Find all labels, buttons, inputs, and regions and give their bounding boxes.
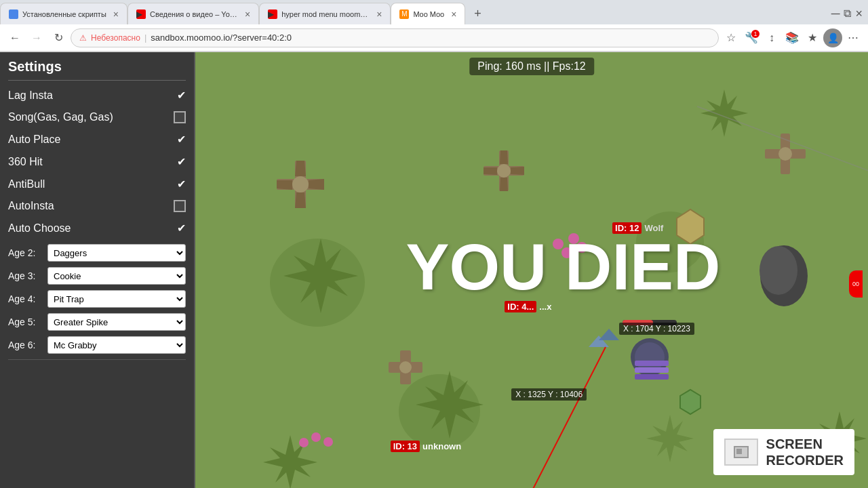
- coord-text-2: X : 1704 Y : 10223: [623, 324, 690, 333]
- coord-display-1: X : 1325 Y : 10406: [511, 388, 587, 401]
- setting-lag-insta: Lag Insta ✔: [8, 89, 186, 102]
- auto-place-check[interactable]: ✔: [177, 133, 186, 146]
- setting-auto-place: Auto Place ✔: [8, 133, 186, 146]
- url-separator: |: [144, 33, 146, 43]
- svg-marker-7: [295, 161, 306, 176]
- sync-button[interactable]: ↕: [762, 28, 781, 47]
- tab-label-moo: Moo Moo: [413, 10, 444, 18]
- recorder-title: SCREEN: [766, 436, 823, 451]
- extension-badge: 1: [751, 30, 760, 38]
- tab-youtube2[interactable]: ▶ hyper mod menu moomoo best... ×: [259, 3, 391, 24]
- id-label-unknown: ID: 13 unknown: [391, 441, 461, 452]
- age-5-label: Age 5:: [8, 317, 42, 327]
- setting-autoinsta: AutoInsta: [8, 200, 186, 212]
- maximize-button[interactable]: ⧉: [844, 7, 851, 20]
- 360-hit-check[interactable]: ✔: [177, 155, 186, 168]
- main-content: Settings Lag Insta ✔ Song(Gas, Gag, Gas)…: [0, 52, 868, 488]
- song-label: Song(Gas, Gag, Gas): [8, 111, 168, 123]
- setting-auto-choose: Auto Choose ✔: [8, 222, 186, 235]
- age-3-select[interactable]: DaggersCookiePit TrapGreater SpikeMc Gra…: [47, 267, 186, 285]
- settings-panel: Settings Lag Insta ✔ Song(Gas, Gag, Gas)…: [0, 52, 195, 488]
- tab-moomoo[interactable]: M Moo Moo ×: [391, 3, 465, 24]
- nav-actions: ☆ 🔧 1 ↕ 📚 ★ 👤 ⋯: [722, 28, 863, 47]
- close-button[interactable]: ×: [855, 7, 863, 21]
- svg-marker-9: [309, 179, 324, 190]
- tab-youtube1[interactable]: ▶ Сведения о видео – YouTube St... ×: [127, 3, 259, 24]
- address-bar[interactable]: ⚠ Небезопасно | sandbox.moomoo.io/?serve…: [71, 28, 719, 47]
- auto-choose-check[interactable]: ✔: [177, 222, 186, 235]
- age-5-row: Age 5: DaggersCookiePit TrapGreater Spik…: [8, 313, 186, 331]
- svg-marker-15: [500, 178, 508, 191]
- autoinsta-label: AutoInsta: [8, 200, 168, 212]
- tab-favicon-yt2: ▶: [268, 9, 277, 19]
- svg-point-2: [399, 374, 480, 449]
- recorder-text: SCREEN RECORDER: [766, 436, 844, 468]
- svg-marker-16: [511, 167, 524, 175]
- antibull-check[interactable]: ✔: [177, 178, 186, 190]
- tab-label-yt2: hyper mod menu moomoo best...: [281, 10, 370, 18]
- svg-rect-61: [635, 361, 669, 366]
- autoinsta-checkbox[interactable]: [174, 200, 186, 212]
- setting-song: Song(Gas, Gag, Gas): [8, 111, 186, 123]
- auto-choose-label: Auto Choose: [8, 222, 172, 235]
- song-checkbox[interactable]: [174, 111, 186, 123]
- game-area: Ping: 160 ms || Fps:12 YOU DIED X : 1325…: [195, 52, 868, 488]
- lag-insta-label: Lag Insta: [8, 89, 172, 102]
- minimize-button[interactable]: ─: [831, 7, 840, 21]
- recorder-subtitle: RECORDER: [766, 453, 844, 468]
- svg-marker-10: [277, 180, 292, 190]
- setting-antibull: AntiBull ✔: [8, 178, 186, 190]
- you-died-text: YOU DIED: [406, 230, 720, 304]
- menu-button[interactable]: ⋯: [844, 28, 863, 47]
- collections-button[interactable]: 📚: [783, 28, 802, 47]
- tab-close-scripts[interactable]: ×: [113, 9, 119, 20]
- age-5-select[interactable]: DaggersCookiePit TrapGreater SpikeMc Gra…: [47, 313, 186, 331]
- lag-insta-check[interactable]: ✔: [177, 89, 186, 102]
- svg-point-59: [760, 246, 797, 295]
- coord-display-2: X : 1704 Y : 10223: [619, 323, 694, 335]
- svg-point-6: [292, 176, 309, 192]
- svg-point-50: [323, 437, 333, 447]
- age-6-label: Age 6:: [8, 340, 42, 350]
- tab-label-scripts: Установленные скрипты: [22, 10, 106, 18]
- tab-bar: Установленные скрипты × ▶ Сведения о вид…: [0, 0, 868, 24]
- nav-bar: ← → ↻ ⚠ Небезопасно | sandbox.moomoo.io/…: [0, 24, 868, 52]
- age-6-select[interactable]: DaggersCookiePit TrapGreater SpikeMc Gra…: [47, 336, 186, 354]
- back-button[interactable]: ←: [5, 28, 24, 47]
- tab-favicon-yt1: ▶: [136, 9, 146, 19]
- age-4-select[interactable]: DaggersCookiePit TrapGreater SpikeMc Gra…: [47, 290, 186, 308]
- age-2-select[interactable]: DaggersCookiePit TrapGreater SpikeMc Gra…: [47, 244, 186, 262]
- new-tab-button[interactable]: +: [468, 4, 487, 23]
- settings-footer: [8, 359, 186, 375]
- refresh-button[interactable]: ↻: [49, 28, 68, 47]
- tab-scripts[interactable]: Установленные скрипты ×: [0, 3, 127, 24]
- svg-marker-44: [680, 390, 701, 414]
- age-6-row: Age 6: DaggersCookiePit TrapGreater Spik…: [8, 336, 186, 354]
- forward-button[interactable]: →: [27, 28, 46, 47]
- profile-button[interactable]: 👤: [823, 28, 842, 47]
- age-3-row: Age 3: DaggersCookiePit TrapGreater Spik…: [8, 267, 186, 285]
- age-3-label: Age 3:: [8, 270, 42, 281]
- svg-point-51: [299, 438, 309, 447]
- security-text: Небезопасно: [91, 33, 140, 43]
- favorites-button[interactable]: ★: [803, 28, 822, 47]
- 360-hit-label: 360 Hit: [8, 156, 172, 168]
- tab-close-yt1[interactable]: ×: [245, 9, 250, 20]
- settings-title: Settings: [8, 59, 186, 81]
- ping-display: Ping: 160 ms || Fps:12: [469, 58, 594, 75]
- age-2-row: Age 2: DaggersCookiePit TrapGreater Spik…: [8, 244, 186, 262]
- svg-point-36: [399, 361, 412, 373]
- security-icon: ⚠: [79, 33, 87, 43]
- tab-label-yt1: Сведения о видео – YouTube St...: [150, 10, 238, 18]
- extensions-button[interactable]: 🔧 1: [742, 28, 761, 47]
- url-text: sandbox.moomoo.io/?server=40:2:0: [151, 33, 710, 43]
- bookmark-button[interactable]: ☆: [722, 28, 741, 47]
- ping-text: Ping: 160 ms || Fps:12: [477, 60, 586, 72]
- browser-chrome: Установленные скрипты × ▶ Сведения о вид…: [0, 0, 868, 52]
- tab-close-yt2[interactable]: ×: [376, 9, 382, 20]
- svg-rect-62: [635, 367, 669, 373]
- tab-favicon-scripts: [9, 9, 18, 19]
- age-4-label: Age 4:: [8, 293, 42, 304]
- tab-close-moo[interactable]: ×: [451, 9, 456, 20]
- auto-place-label: Auto Place: [8, 134, 172, 146]
